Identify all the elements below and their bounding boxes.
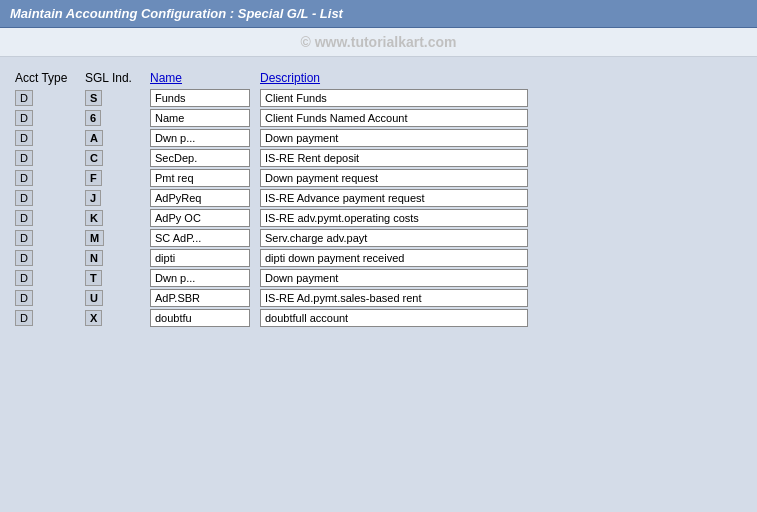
name-input-8[interactable]: [150, 249, 250, 267]
table-row: D M: [15, 229, 742, 247]
desc-input-1[interactable]: [260, 109, 528, 127]
cell-name-8[interactable]: [150, 249, 260, 267]
cell-desc-9[interactable]: [260, 269, 540, 287]
cell-acct-1: D: [15, 110, 85, 126]
desc-input-4[interactable]: [260, 169, 528, 187]
cell-acct-6: D: [15, 210, 85, 226]
acct-type-value: D: [15, 310, 33, 326]
table-row: D X: [15, 309, 742, 327]
name-input-5[interactable]: [150, 189, 250, 207]
desc-input-11[interactable]: [260, 309, 528, 327]
table-row: D S: [15, 89, 742, 107]
col-header-description: Description: [260, 71, 540, 85]
cell-desc-0[interactable]: [260, 89, 540, 107]
cell-desc-4[interactable]: [260, 169, 540, 187]
cell-acct-5: D: [15, 190, 85, 206]
acct-type-value: D: [15, 110, 33, 126]
col-header-name: Name: [150, 71, 260, 85]
col-header-sgl-ind: SGL Ind.: [85, 71, 150, 85]
name-input-3[interactable]: [150, 149, 250, 167]
desc-input-8[interactable]: [260, 249, 528, 267]
desc-input-9[interactable]: [260, 269, 528, 287]
sgl-ind-value: 6: [85, 110, 101, 126]
cell-acct-2: D: [15, 130, 85, 146]
cell-acct-9: D: [15, 270, 85, 286]
cell-desc-7[interactable]: [260, 229, 540, 247]
cell-name-10[interactable]: [150, 289, 260, 307]
sgl-ind-value: A: [85, 130, 103, 146]
table-row: D N: [15, 249, 742, 267]
cell-desc-5[interactable]: [260, 189, 540, 207]
page-title: Maintain Accounting Configuration : Spec…: [10, 6, 343, 21]
sgl-ind-value: U: [85, 290, 103, 306]
cell-acct-10: D: [15, 290, 85, 306]
cell-name-11[interactable]: [150, 309, 260, 327]
cell-desc-11[interactable]: [260, 309, 540, 327]
title-bar: Maintain Accounting Configuration : Spec…: [0, 0, 757, 28]
sgl-ind-value: J: [85, 190, 101, 206]
acct-type-value: D: [15, 150, 33, 166]
cell-name-1[interactable]: [150, 109, 260, 127]
desc-input-3[interactable]: [260, 149, 528, 167]
cell-name-9[interactable]: [150, 269, 260, 287]
name-input-4[interactable]: [150, 169, 250, 187]
acct-type-value: D: [15, 290, 33, 306]
table-row: D T: [15, 269, 742, 287]
name-input-10[interactable]: [150, 289, 250, 307]
cell-name-6[interactable]: [150, 209, 260, 227]
cell-sgl-0: S: [85, 90, 150, 106]
cell-sgl-2: A: [85, 130, 150, 146]
sgl-ind-value: K: [85, 210, 103, 226]
table-row: D F: [15, 169, 742, 187]
cell-sgl-7: M: [85, 230, 150, 246]
cell-sgl-10: U: [85, 290, 150, 306]
table-row: D K: [15, 209, 742, 227]
cell-desc-10[interactable]: [260, 289, 540, 307]
cell-sgl-1: 6: [85, 110, 150, 126]
sgl-ind-value: T: [85, 270, 102, 286]
name-input-11[interactable]: [150, 309, 250, 327]
sgl-ind-value: X: [85, 310, 102, 326]
cell-acct-3: D: [15, 150, 85, 166]
cell-name-4[interactable]: [150, 169, 260, 187]
cell-desc-8[interactable]: [260, 249, 540, 267]
table-row: D 6: [15, 109, 742, 127]
cell-desc-6[interactable]: [260, 209, 540, 227]
cell-name-5[interactable]: [150, 189, 260, 207]
cell-desc-2[interactable]: [260, 129, 540, 147]
cell-name-0[interactable]: [150, 89, 260, 107]
acct-type-value: D: [15, 250, 33, 266]
cell-name-3[interactable]: [150, 149, 260, 167]
acct-type-value: D: [15, 130, 33, 146]
name-input-6[interactable]: [150, 209, 250, 227]
acct-type-value: D: [15, 190, 33, 206]
cell-sgl-4: F: [85, 170, 150, 186]
desc-input-6[interactable]: [260, 209, 528, 227]
cell-name-2[interactable]: [150, 129, 260, 147]
col-header-acct-type: Acct Type: [15, 71, 85, 85]
sgl-ind-value: F: [85, 170, 102, 186]
name-input-9[interactable]: [150, 269, 250, 287]
name-input-0[interactable]: [150, 89, 250, 107]
desc-input-0[interactable]: [260, 89, 528, 107]
cell-sgl-5: J: [85, 190, 150, 206]
name-input-7[interactable]: [150, 229, 250, 247]
desc-input-10[interactable]: [260, 289, 528, 307]
acct-type-value: D: [15, 230, 33, 246]
cell-name-7[interactable]: [150, 229, 260, 247]
table-row: D J: [15, 189, 742, 207]
desc-input-7[interactable]: [260, 229, 528, 247]
name-input-1[interactable]: [150, 109, 250, 127]
watermark-text: © www.tutorialkart.com: [300, 34, 456, 50]
cell-acct-8: D: [15, 250, 85, 266]
cell-sgl-11: X: [85, 310, 150, 326]
cell-desc-1[interactable]: [260, 109, 540, 127]
table-row: D C: [15, 149, 742, 167]
cell-acct-4: D: [15, 170, 85, 186]
desc-input-2[interactable]: [260, 129, 528, 147]
data-table: D S D 6 D: [15, 89, 742, 327]
name-input-2[interactable]: [150, 129, 250, 147]
cell-desc-3[interactable]: [260, 149, 540, 167]
acct-type-value: D: [15, 90, 33, 106]
desc-input-5[interactable]: [260, 189, 528, 207]
